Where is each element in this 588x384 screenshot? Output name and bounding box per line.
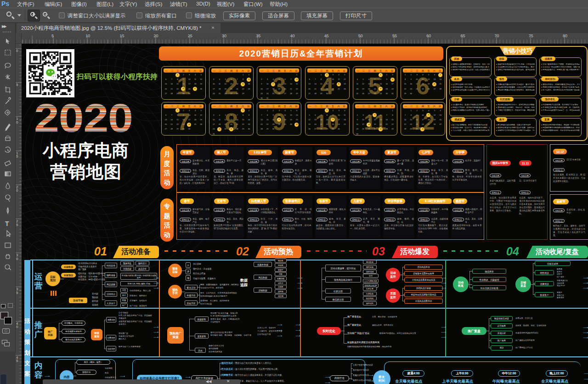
svg-text:T: T xyxy=(5,220,9,227)
